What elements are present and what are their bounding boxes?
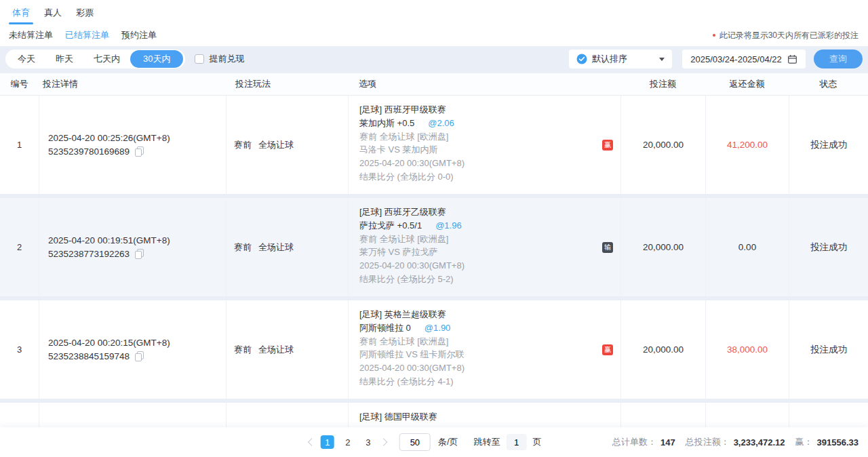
header-status: 状态 <box>789 78 868 90</box>
bet-id: 5235238845159748 <box>48 351 130 361</box>
note-dot-icon <box>713 34 715 37</box>
tab-lottery[interactable]: 彩票 <box>75 7 95 24</box>
payout-amount <box>705 403 789 427</box>
bet-id: 5235238773192263 <box>48 249 130 259</box>
outcome-badge: 赢 <box>602 140 613 151</box>
league-name: [足球] 西班牙甲级联赛 <box>359 103 600 117</box>
period-last-7-days[interactable]: 七天内 <box>83 49 130 68</box>
play-type: 全场让球 <box>258 241 294 254</box>
match-teams: 阿斯顿维拉 VS 纽卡斯尔联 <box>359 348 600 361</box>
odds-value: @2.06 <box>428 117 454 130</box>
result-score: 结果比分 (全场比分 5-2) <box>359 273 600 286</box>
table-row: 2 2025-04-20 00:19:51(GMT+8) 52352387731… <box>0 198 868 296</box>
tab-sports[interactable]: 体育 <box>11 7 31 24</box>
period-yesterday[interactable]: 昨天 <box>45 49 83 68</box>
page-2[interactable]: 2 <box>341 435 355 449</box>
play-stage: 赛前 <box>234 139 252 151</box>
cashout-label: 提前兑现 <box>209 53 244 65</box>
totals-label: 总计单数： <box>612 436 656 448</box>
bet-time: 2025-04-20 00:19:51(GMT+8) <box>48 235 226 245</box>
header-stake: 投注额 <box>620 78 705 90</box>
sort-label: 默认排序 <box>592 53 627 65</box>
period-filter-group: 今天昨天七天内30天内 <box>5 49 185 68</box>
play-type: 全场让球 <box>258 344 294 356</box>
pick-selection: 萨拉戈萨 +0.5/1 <box>359 219 422 233</box>
copy-icon[interactable] <box>134 249 144 260</box>
totals-label: 总投注额： <box>686 436 730 448</box>
query-button[interactable]: 查询 <box>814 49 863 68</box>
selection-cell: [足球] 英格兰超级联赛 阿斯顿维拉 0 @1.90 赛前 全场让球 [欧洲盘]… <box>348 300 620 399</box>
bet-id: 5235239780169689 <box>48 146 130 157</box>
date-range-picker[interactable]: 2025/03/24-2025/04/22 <box>682 49 806 68</box>
sub-tab-bar: 未结算注单已结算注单预约注单 此记录将显示30天内所有已派彩的投注 <box>0 24 868 41</box>
stake-amount: 20,000.00 <box>620 300 705 399</box>
bet-number: 2 <box>0 198 39 296</box>
subtab-unsettled-bets[interactable]: 未结算注单 <box>9 29 53 41</box>
bet-type-cell: 赛前 全场让球 <box>226 198 348 296</box>
bet-status: 投注成功 <box>789 96 868 194</box>
date-range-value: 2025/03/24-2025/04/22 <box>690 54 781 64</box>
table-row: 3 2025-04-20 00:20:15(GMT+8) 52352388451… <box>0 300 868 399</box>
outcome-badge: 赢 <box>602 344 613 355</box>
selection-cell: [足球] 西班牙乙级联赛 萨拉戈萨 +0.5/1 @1.96 赛前 全场让球 [… <box>348 198 620 296</box>
bet-table-body: 1 2025-04-20 00:25:26(GMT+8) 52352397801… <box>0 96 868 427</box>
subtab-settled-bets[interactable]: 已结算注单 <box>65 29 109 41</box>
match-teams: 莱万特 VS 萨拉戈萨 <box>359 245 600 259</box>
match-time: 2025-04-20 00:30(GMT+8) <box>359 361 600 375</box>
selection-cell: [足球] 西班牙甲级联赛 莱加内斯 +0.5 @2.06 赛前 全场让球 [欧洲… <box>348 96 620 194</box>
bet-number: 3 <box>0 300 39 399</box>
sort-dropdown[interactable]: 默认排序 <box>569 49 672 68</box>
totals-item: 赢：391556.33 <box>795 436 859 448</box>
period-last-30-days[interactable]: 30天内 <box>130 50 183 68</box>
pagination: 123 条/页 跳转至 页 <box>309 427 542 457</box>
payout-amount: 0.00 <box>705 198 789 296</box>
play-stage: 赛前 <box>234 344 252 356</box>
jump-to-label: 跳转至 <box>474 436 500 448</box>
league-name: [足球] 德国甲级联赛 <box>359 410 600 424</box>
league-name: [足球] 西班牙乙级联赛 <box>359 205 600 219</box>
payout-amount: 41,200.00 <box>705 96 789 194</box>
totals-summary: 总计单数：147总投注额：3,233,472.12赢：391556.33 <box>612 427 859 457</box>
match-time: 2025-04-20 00:30(GMT+8) <box>359 259 600 273</box>
header-selection: 选项 <box>348 78 620 90</box>
bet-type-cell <box>226 403 348 427</box>
play-type: 全场让球 <box>258 139 294 151</box>
stake-amount <box>620 403 705 427</box>
copy-icon[interactable] <box>134 146 144 157</box>
table-header: 编号 投注详情 投注玩法 选项 投注额 返还金额 状态 <box>0 73 868 96</box>
page-3[interactable]: 3 <box>361 435 375 449</box>
settled-note: 此记录将显示30天内所有已派彩的投注 <box>713 30 859 41</box>
top-bar: 体育真人彩票 未结算注单已结算注单预约注单 此记录将显示30天内所有已派彩的投注 <box>0 0 868 46</box>
page-size-input[interactable] <box>399 433 431 451</box>
page-1[interactable]: 1 <box>321 435 334 449</box>
selection-cell: [足球] 德国甲级联赛 <box>348 403 620 427</box>
note-text: 此记录将显示30天内所有已派彩的投注 <box>719 30 859 41</box>
bet-status: 投注成功 <box>789 198 868 296</box>
result-score: 结果比分 (全场比分 0-0) <box>359 170 600 184</box>
totals-item: 总计单数：147 <box>612 436 675 448</box>
header-return-amount: 返还金额 <box>705 78 789 90</box>
period-today[interactable]: 今天 <box>7 49 45 68</box>
main-tabs: 体育真人彩票 <box>0 0 868 24</box>
filter-bar: 今天昨天七天内30天内 提前兑现 默认排序 2025/03/24-2025/04… <box>5 49 863 68</box>
league-name: [足球] 英格兰超级联赛 <box>359 308 600 321</box>
prev-page-icon[interactable] <box>309 439 315 445</box>
next-page-icon[interactable] <box>381 439 387 445</box>
jump-page-input[interactable] <box>507 434 527 450</box>
totals-value: 3,233,472.12 <box>734 437 785 448</box>
tab-live[interactable]: 真人 <box>43 7 63 24</box>
bet-type-cell: 赛前 全场让球 <box>226 300 348 399</box>
totals-value: 391556.33 <box>817 437 859 448</box>
outcome-badge: 输 <box>602 242 613 253</box>
bet-number: 1 <box>0 96 39 194</box>
bet-details-cell: 2025-04-20 00:19:51(GMT+8) 5235238773192… <box>39 198 226 296</box>
early-cashout-toggle[interactable]: 提前兑现 <box>195 53 244 65</box>
copy-icon[interactable] <box>134 351 144 362</box>
bet-status: 投注成功 <box>789 300 868 399</box>
subtab-reserved-bets[interactable]: 预约注单 <box>121 29 157 41</box>
totals-label: 赢： <box>795 436 813 448</box>
sub-tabs: 未结算注单已结算注单预约注单 <box>9 29 157 41</box>
check-circle-icon <box>576 54 587 64</box>
bet-details-cell: 2025-04-20 00:25:26(GMT+8) 5235239780169… <box>39 96 226 194</box>
cashout-checkbox[interactable] <box>195 54 204 64</box>
